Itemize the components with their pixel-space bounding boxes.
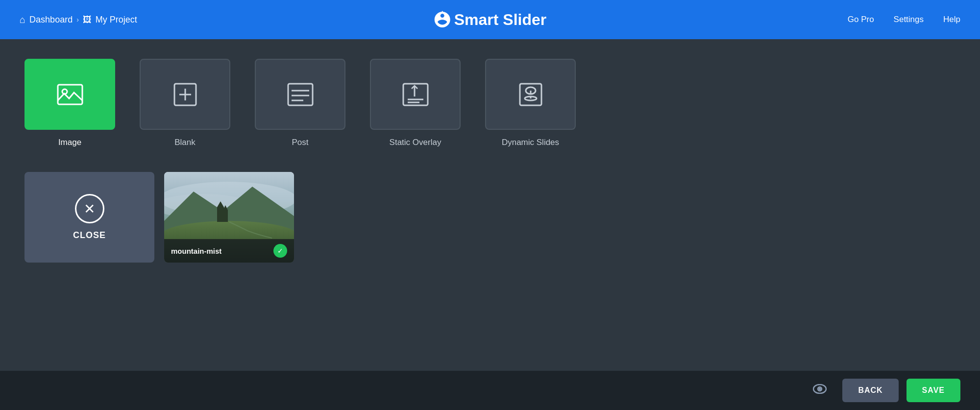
svg-rect-25 <box>223 210 228 222</box>
project-link[interactable]: My Project <box>96 15 137 25</box>
slide-type-static-overlay-label: Static Overlay <box>390 138 441 147</box>
slide-type-dynamic-slides-label: Dynamic Slides <box>502 138 559 147</box>
slide-type-dynamic-slides[interactable]: Dynamic Slides <box>485 59 576 147</box>
svg-point-29 <box>819 388 821 390</box>
home-icon: ⌂ <box>20 14 25 25</box>
close-card[interactable]: ✕ CLOSE <box>24 172 154 263</box>
main-content: Image Blank Pos <box>0 39 980 371</box>
save-button[interactable]: SAVE <box>906 379 960 402</box>
help-link[interactable]: Help <box>943 15 960 24</box>
mountain-scene-svg <box>164 172 294 241</box>
slide-type-image[interactable]: Image <box>24 59 115 147</box>
settings-link[interactable]: Settings <box>894 15 924 24</box>
back-button[interactable]: BACK <box>842 379 898 402</box>
slide-type-image-icon <box>24 59 115 130</box>
project-icon: 🖼 <box>83 15 92 25</box>
mountain-mist-label: mountain-mist <box>171 247 221 255</box>
mountain-overlay: mountain-mist ✓ <box>164 239 294 263</box>
slide-type-dynamic-slides-icon <box>485 59 576 130</box>
slide-type-post[interactable]: Post <box>255 59 345 147</box>
mountain-mist-card[interactable]: mountain-mist ✓ <box>164 172 294 263</box>
dashboard-link[interactable]: Dashboard <box>29 15 73 25</box>
svg-rect-23 <box>217 207 224 222</box>
header: ⌂ Dashboard › 🖼 My Project Smart Slider … <box>0 0 980 39</box>
header-nav: Go Pro Settings Help <box>848 15 960 24</box>
breadcrumb: ⌂ Dashboard › 🖼 My Project <box>20 14 137 25</box>
logo: Smart Slider <box>434 11 547 29</box>
logo-icon <box>434 11 451 28</box>
selected-check-icon: ✓ <box>273 244 287 258</box>
preview-eye-icon[interactable] <box>813 384 827 397</box>
slide-type-post-label: Post <box>292 138 308 147</box>
close-circle-icon: ✕ <box>75 194 104 223</box>
breadcrumb-chevron: › <box>76 16 79 24</box>
slide-type-selector: Image Blank Pos <box>24 59 956 147</box>
slide-type-blank-icon <box>140 59 230 130</box>
slide-type-static-overlay[interactable]: Static Overlay <box>370 59 461 147</box>
go-pro-link[interactable]: Go Pro <box>848 15 874 24</box>
footer: BACK SAVE <box>0 371 980 410</box>
svg-rect-5 <box>288 84 313 105</box>
logo-container: Smart Slider <box>434 11 547 29</box>
slide-type-post-icon <box>255 59 345 130</box>
svg-rect-0 <box>58 85 82 104</box>
slide-type-blank-label: Blank <box>174 138 196 147</box>
slide-type-blank[interactable]: Blank <box>140 59 230 147</box>
slide-type-image-label: Image <box>58 138 81 147</box>
close-label: CLOSE <box>73 230 106 241</box>
image-grid: ✕ CLOSE <box>24 172 956 263</box>
slide-type-static-overlay-icon <box>370 59 461 130</box>
logo-text: Smart Slider <box>454 11 547 29</box>
